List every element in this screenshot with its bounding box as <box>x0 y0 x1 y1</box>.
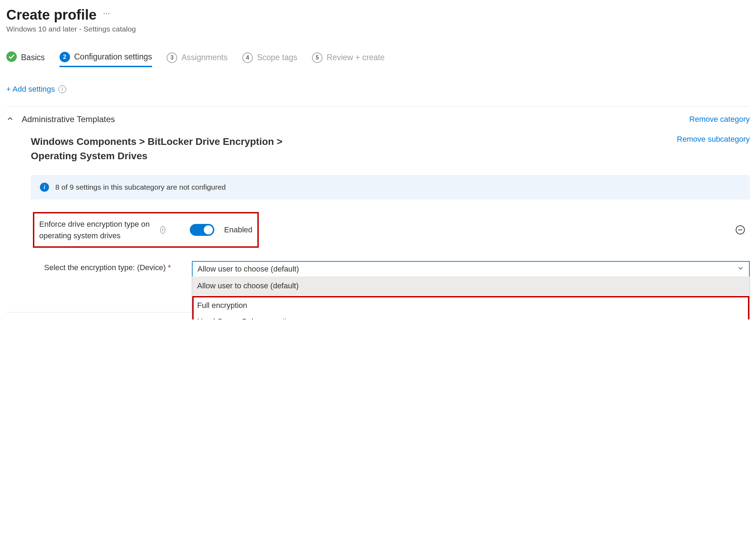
add-settings-link[interactable]: + Add settings <box>6 85 55 94</box>
step-assignments[interactable]: 3 Assignments <box>167 52 228 66</box>
dropdown-option-used-space[interactable]: Used Space Only encryption <box>194 314 748 319</box>
toggle-knob <box>204 225 213 234</box>
encryption-type-dropdown: Allow user to choose (default) Full encr… <box>192 276 750 319</box>
step-review-create[interactable]: 5 Review + create <box>312 52 385 66</box>
info-banner: i 8 of 9 settings in this subcategory ar… <box>31 175 750 199</box>
more-actions-button[interactable]: ⋯ <box>103 10 111 20</box>
page-subtitle: Windows 10 and later - Settings catalog <box>6 25 750 33</box>
check-icon <box>6 51 17 64</box>
step-configuration-settings[interactable]: 2 Configuration settings <box>60 52 152 67</box>
step-label: Review + create <box>327 53 385 62</box>
step-label: Basics <box>21 53 45 62</box>
info-icon[interactable]: i <box>160 226 165 234</box>
toggle-state-label: Enabled <box>224 225 252 234</box>
enabled-toggle[interactable] <box>190 224 214 236</box>
step-label: Configuration settings <box>74 52 152 62</box>
remove-category-link[interactable]: Remove category <box>689 115 750 124</box>
step-label: Assignments <box>181 53 228 62</box>
wizard-steps: Basics 2 Configuration settings 3 Assign… <box>6 51 750 67</box>
chevron-up-icon[interactable] <box>6 115 14 124</box>
required-indicator: * <box>168 263 171 272</box>
page-title: Create profile <box>6 7 97 23</box>
step-number-icon: 3 <box>167 52 177 63</box>
remove-setting-button[interactable] <box>736 225 745 234</box>
info-icon[interactable]: i <box>58 85 66 93</box>
select-label: Select the encryption type: (Device) * <box>44 261 171 272</box>
subcategory-breadcrumb: Windows Components > BitLocker Drive Enc… <box>31 135 328 163</box>
step-label: Scope tags <box>257 53 297 62</box>
chevron-down-icon <box>737 265 744 274</box>
setting-label: Enforce drive encryption type on operati… <box>39 218 157 241</box>
step-basics[interactable]: Basics <box>6 51 45 67</box>
divider <box>6 106 750 107</box>
dropdown-option-default[interactable]: Allow user to choose (default) <box>192 276 749 295</box>
category-title: Administrative Templates <box>22 114 115 124</box>
select-value: Allow user to choose (default) <box>197 265 299 274</box>
step-number-icon: 4 <box>242 52 253 63</box>
remove-subcategory-link[interactable]: Remove subcategory <box>677 135 750 144</box>
info-icon: i <box>40 183 49 192</box>
step-number-icon: 2 <box>60 52 70 62</box>
step-number-icon: 5 <box>312 52 322 63</box>
step-scope-tags[interactable]: 4 Scope tags <box>242 52 297 66</box>
dropdown-option-full[interactable]: Full encryption <box>194 297 748 314</box>
info-banner-text: 8 of 9 settings in this subcategory are … <box>55 183 226 191</box>
encryption-type-select[interactable]: Allow user to choose (default) <box>192 261 750 277</box>
